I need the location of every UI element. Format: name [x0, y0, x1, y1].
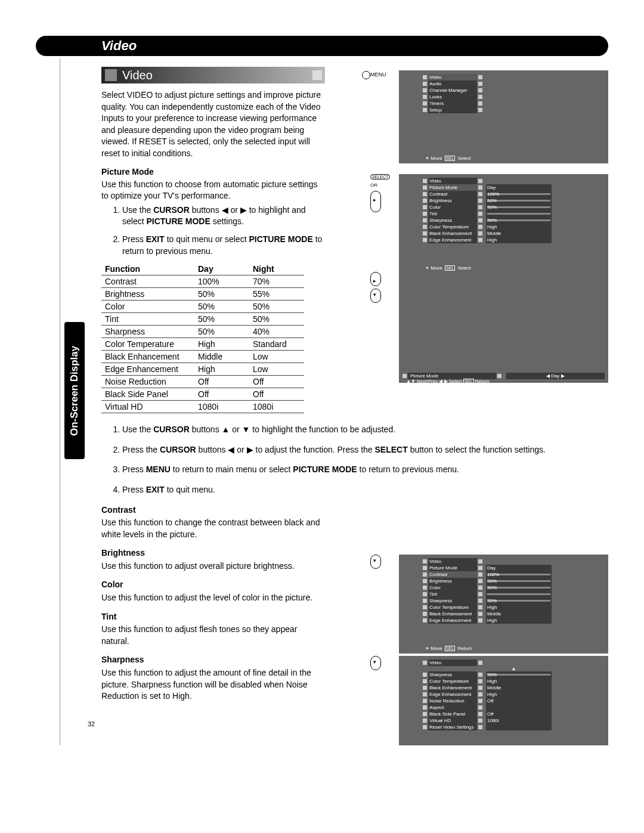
def-color: Color Use this function to adjust the le… [101, 579, 322, 603]
osd-video-menu-2: Video Picture ModeDayContrast100%Brightn… [399, 555, 608, 654]
osd-picture-mode-select: Picture Mode ◀ Day ▶ ▲▼ Next/Prev ◀ ▶ Se… [399, 272, 608, 383]
remote-select-label: SELECT [370, 174, 390, 179]
remote-menu-label: MENU [370, 72, 386, 78]
intro-text: Select VIDEO to adjust picture settings … [101, 89, 322, 160]
osd-setting-row: Tint [423, 591, 605, 597]
osd-menu-item: Audio [423, 80, 482, 87]
osd-setting-row: Edge EnhancementHigh [423, 617, 605, 624]
remote-or-label: OR [370, 182, 377, 188]
table-row: Virtual HD1080i1080i [101, 401, 304, 413]
osd3-day-value: ◀ Day ▶ [506, 373, 605, 379]
osd-menu-item: Locks [423, 94, 482, 100]
osd-setting-row: Virtual HD1080i [423, 717, 605, 724]
remote-down-button-3 [370, 656, 381, 671]
th-night: Night [249, 263, 304, 275]
osd-main-menu: MENU VideoAudioChannel ManagerLocksTimer… [399, 70, 608, 163]
osd-setting-row: Color50% [423, 584, 605, 591]
osd-setting-row: Black Side PanelOff [423, 711, 605, 717]
osd-setting-row: Noise ReductionOff [423, 698, 605, 704]
page-title: Video [101, 38, 137, 53]
osd-setting-row: Brightness50% [423, 197, 605, 204]
adjust-steps: Use the CURSOR buttons ▲ or ▼ to highlig… [101, 424, 593, 496]
table-header-row: Function Day Night [101, 263, 304, 275]
table-row: Noise ReductionOffOff [101, 376, 304, 388]
def-brightness: Brightness Use this function to adjust o… [101, 547, 322, 572]
def-sharpness: Sharpness Use this function to adjust th… [101, 654, 322, 702]
osd2-nav-hint: ✦ Move SEL Select [425, 265, 471, 271]
table-row: Sharpness50%40% [101, 326, 304, 338]
adj-step-4: Press EXIT to quit menu. [122, 484, 593, 496]
table-row: Edge EnhancementHighLow [101, 363, 304, 376]
def-tint: Tint Use this function to adjust flesh t… [101, 611, 322, 648]
remote-right-button [370, 191, 381, 213]
video-subheader: Video [101, 67, 325, 83]
osd-setting-row: Picture ModeDay [423, 565, 605, 571]
def-contrast: Contrast Use this function to change the… [101, 504, 322, 541]
table-row: Brightness50%55% [101, 288, 304, 301]
osd-setting-row: Sharpness50% [423, 671, 605, 678]
section-side-tab: On-Screen Display [64, 322, 85, 459]
adj-step-2: Press the CURSOR buttons ◀ or ▶ to adjus… [122, 444, 593, 456]
pm-step-2: Press EXIT to quit menu or select PICTUR… [122, 234, 325, 257]
osd-setting-row: Color TemperatureHigh [423, 604, 605, 611]
osd-video-menu: SELECT OR Video Picture ModeDayContrast1… [399, 174, 608, 273]
osd-setting-row: Picture ModeDay [423, 184, 605, 191]
video-subheader-text: Video [122, 69, 153, 82]
osd-setting-row: Black EnhancementMiddle [423, 611, 605, 617]
osd-menu-item: Timers [423, 100, 482, 107]
vertical-divider [60, 58, 60, 745]
th-day: Day [194, 263, 249, 275]
table-row: Contrast100%70% [101, 275, 304, 288]
osd-setting-row: Aspect [423, 704, 605, 711]
osd4-nav-hint: ✦ Move SEL Return [425, 646, 472, 651]
table-row: Color50%50% [101, 301, 304, 313]
osd-setting-row: Contrast100% [423, 571, 605, 578]
osd-video-menu-3: Video ▲ Sharpness50%Color TemperatureHig… [399, 656, 608, 745]
osd-setting-row: Tint [423, 210, 605, 217]
osd-setting-row: Black EnhancementMiddle [423, 230, 605, 237]
osd-menu-item: Channel Manager [423, 87, 482, 94]
page-header-bar: Video [36, 36, 608, 56]
table-row: Color TemperatureHighStandard [101, 338, 304, 351]
osd-setting-row: Edge EnhancementHigh [423, 237, 605, 243]
table-row: Black EnhancementMiddleLow [101, 351, 304, 363]
osd-setting-row: Contrast100% [423, 191, 605, 197]
th-function: Function [101, 263, 194, 275]
osd-setting-row: Black EnhancementMiddle [423, 685, 605, 691]
table-row: Tint50%50% [101, 313, 304, 326]
osd-setting-row: Brightness50% [423, 578, 605, 584]
osd-setting-row: Color50% [423, 204, 605, 210]
function-table: Function Day Night Contrast100%70%Bright… [101, 263, 304, 413]
table-row: Black Side PanelOffOff [101, 388, 304, 401]
osd1-nav-hint: ✦ Move SEL Select [425, 156, 471, 161]
osd-setting-row: Reset Video Settings [423, 724, 605, 730]
pm-step-1: Use the CURSOR buttons ◀ or ▶ to highlig… [122, 205, 325, 228]
picture-mode-steps: Use the CURSOR buttons ◀ or ▶ to highlig… [101, 205, 325, 257]
osd-setting-row: Sharpness50% [423, 217, 605, 224]
osd3-hint: ▲▼ Next/Prev ◀ ▶ Select SEL Return [406, 379, 490, 384]
remote-right-button-2 [370, 272, 381, 287]
picture-mode-desc: Use this function to choose from automat… [101, 179, 322, 202]
page-number: 32 [88, 720, 95, 727]
adj-step-3: Press MENU to return to main menu or sel… [122, 464, 593, 476]
osd-setting-row: Color TemperatureHigh [423, 678, 605, 685]
osd-setting-row: Color TemperatureHigh [423, 224, 605, 230]
remote-down-button-2 [370, 555, 381, 570]
osd-menu-item: Setup [423, 107, 482, 113]
osd-menu-item: Video [423, 74, 482, 80]
section-side-label: On-Screen Display [69, 345, 80, 435]
osd-setting-row: Edge EnhancementHigh [423, 691, 605, 698]
osd-setting-row: Sharpness50% [423, 597, 605, 604]
adj-step-1: Use the CURSOR buttons ▲ or ▼ to highlig… [122, 424, 593, 436]
remote-down-button [370, 289, 381, 304]
